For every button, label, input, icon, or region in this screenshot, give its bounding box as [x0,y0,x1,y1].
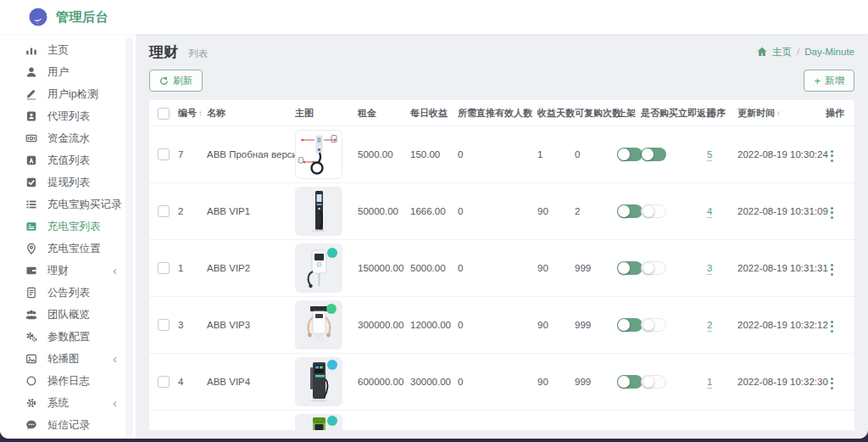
row-id: 1 [178,263,183,273]
sidebar-item-label: 系统 [47,396,69,411]
sort-value-link[interactable]: 5 [707,149,712,161]
row-actions-button[interactable] [826,204,838,222]
column-label: 排序 [707,108,726,118]
row-actions-button[interactable] [826,260,838,279]
sidebar-item-1[interactable]: 用户 [0,61,136,83]
sidebar-item-3[interactable]: 代理列表 [0,105,136,127]
circle-icon [25,375,37,387]
row-checkbox[interactable] [158,319,170,331]
on-shelf-toggle[interactable] [617,318,643,332]
updated-time: 2022-08-19 10:30:24 [737,149,828,159]
sidebar-item-16[interactable]: 系统‹ [0,392,136,414]
instant-return-toggle[interactable] [641,261,666,275]
toolbar: 刷新 + 新增 [149,70,854,93]
toggle-knob [643,376,654,388]
sort-arrow-icon[interactable]: ↑ [198,109,203,118]
image-icon [25,353,37,365]
toggle-knob [643,205,654,217]
sidebar-item-10[interactable]: 理财‹ [0,260,136,282]
sidebar-item-label: 公告列表 [47,286,90,300]
table-row: 7ABB Пробная версия5000.00150.0001052022… [149,126,854,183]
chat-icon [25,419,37,431]
refresh-button[interactable]: 刷新 [149,70,203,92]
sidebar-item-label: 充电宝购买记录 [47,198,122,212]
instant-return-toggle[interactable] [641,318,666,332]
row-checkbox[interactable] [158,262,170,274]
sidebar-item-12[interactable]: 团队概览 [0,304,136,326]
add-button[interactable]: + 新增 [804,70,854,92]
row-checkbox[interactable] [158,205,170,217]
column-header-2: 主图 [292,100,354,126]
required-referrals-value: 0 [458,263,463,273]
page-header: 理财 列表 主页 / Day-Minute [149,37,854,66]
sort-value-link[interactable]: 2 [707,320,712,332]
column-header-7: 可复购次数 [571,100,614,126]
breadcrumb-home[interactable]: 主页 [772,46,792,59]
sidebar-item-11[interactable]: 公告列表 [0,282,136,304]
table-header-row: 编号↑名称主图租金每日收益所需直推有效人数收益天数可复购次数上架是否购买立即返还… [149,100,854,126]
sidebar-item-label: 主页 [47,43,69,58]
column-header-0[interactable]: 编号↑ [175,100,203,126]
table-row: 2ABB VIP150000.001666.00090242022-08-19 … [149,183,854,240]
sidebar-item-label: 用户ip检测 [47,87,98,102]
row-actions-button[interactable] [826,317,838,336]
sidebar-item-17[interactable]: 短信记录 [0,414,136,436]
pen-icon [25,88,37,100]
sidebar-item-8[interactable]: 充电宝列表 [0,215,136,238]
gears-icon [25,331,37,343]
check-square-icon [25,176,37,188]
sidebar-item-label: 参数配置 [47,330,90,344]
sidebar-item-5[interactable]: 充值列表 [0,149,136,171]
daily-income-value: 1666.00 [410,206,446,216]
select-all-checkbox[interactable] [158,108,170,120]
column-label: 所需直推有效人数 [458,108,532,118]
sidebar-item-6[interactable]: 提现列表 [0,171,136,193]
sidebar-item-15[interactable]: 操作日志 [0,370,136,392]
on-shelf-toggle[interactable] [617,261,643,275]
product-image [295,300,342,350]
sort-value-link[interactable]: 4 [707,206,712,218]
instant-return-toggle[interactable] [641,148,666,161]
toggle-knob [618,262,630,274]
on-shelf-toggle[interactable] [617,204,643,218]
sidebar-item-13[interactable]: 参数配置 [0,326,136,348]
sidebar-item-9[interactable]: 充电宝位置 [0,238,136,260]
main-content: 理财 列表 主页 / Day-Minute 刷新 + 新增 [136,34,868,439]
income-days-value: 90 [537,320,548,330]
sidebar-item-0[interactable]: 主页 [0,39,136,61]
sidebar-item-2[interactable]: 用户ip检测 [0,83,136,105]
row-id: 2 [178,206,183,216]
app-logo[interactable]: 管理后台 [29,8,108,26]
repurchase-times-value: 999 [575,377,591,387]
users-group-icon [25,309,37,321]
row-actions-button[interactable] [826,374,838,393]
row-checkbox[interactable] [158,376,170,388]
sidebar-item-14[interactable]: 轮播图‹ [0,348,136,370]
column-header-12: 操作 [822,100,854,126]
table-row: 8ABB VIP51200000.0080000.000909990✎2022-… [149,411,854,431]
instant-return-toggle[interactable] [641,204,666,218]
column-header-4: 每日收益 [407,100,454,126]
row-checkbox[interactable] [158,148,170,160]
sidebar-item-7[interactable]: 充电宝购买记录 [0,193,136,215]
product-image [295,243,342,293]
product-image [295,414,342,430]
updated-time: 2022-08-19 10:32:30 [737,377,828,387]
bar-chart-icon [25,44,37,56]
sort-value-link[interactable]: 1 [707,377,712,389]
document-icon [25,287,37,299]
sidebar-item-4[interactable]: 资金流水 [0,127,136,149]
sidebar-item-label: 用户 [47,65,69,80]
admin-window: 管理后台 主页用户用户ip检测代理列表资金流水充值列表提现列表充电宝购买记录充电… [0,0,868,439]
sort-arrow-icon[interactable]: ↑ [776,109,781,118]
on-shelf-toggle[interactable] [617,375,643,389]
sort-value-link[interactable]: 3 [707,263,712,275]
row-select-cell [149,240,175,297]
instant-return-toggle[interactable] [641,375,666,389]
row-actions-button[interactable] [826,147,838,165]
on-shelf-toggle[interactable] [617,148,643,161]
column-header-11[interactable]: 更新时间↑ [734,100,822,126]
rent-value: 300000.00 [358,320,403,330]
breadcrumb-current: Day-Minute [804,47,854,57]
product-name: ABB VIP1 [207,206,250,216]
